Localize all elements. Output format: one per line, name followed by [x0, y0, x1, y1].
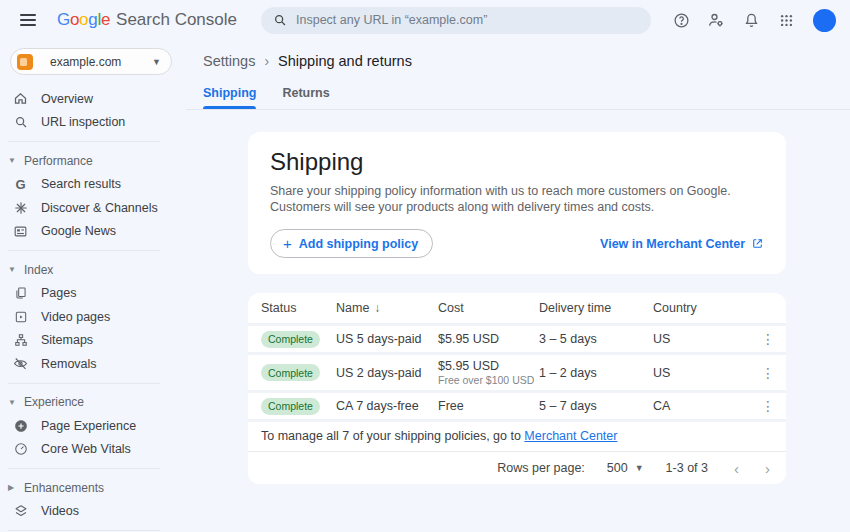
- row-overflow-menu-icon[interactable]: ⋮: [750, 366, 786, 380]
- sidebar-item-overview[interactable]: Overview: [0, 87, 186, 111]
- breadcrumb-settings[interactable]: Settings: [203, 53, 255, 69]
- tab-shipping[interactable]: Shipping: [203, 86, 256, 109]
- policy-cost: $5.95 USD Free over $100 USD: [438, 359, 539, 386]
- rows-per-page-select[interactable]: 500 ▼: [607, 461, 644, 475]
- col-header-status: Status: [261, 301, 336, 315]
- page-experience-icon: [13, 418, 28, 433]
- merchant-center-link[interactable]: Merchant Center: [524, 429, 617, 443]
- cost-note: Free over $100 USD: [438, 374, 539, 386]
- google-apps-grid-icon[interactable]: [774, 8, 798, 32]
- status-badge: Complete: [261, 331, 320, 348]
- chevron-expanded-icon: ▼: [8, 265, 16, 274]
- sidebar-item-search-results[interactable]: G Search results: [0, 173, 186, 197]
- shipping-summary-card: Shipping Share your shipping policy info…: [248, 132, 786, 274]
- previous-page-icon[interactable]: ‹: [734, 461, 739, 476]
- video-pages-icon: [13, 309, 28, 324]
- chevron-down-icon: ▼: [635, 463, 644, 473]
- hamburger-menu-icon[interactable]: [20, 14, 36, 26]
- policy-country: US: [653, 332, 750, 346]
- removals-hidden-eye-icon: [13, 356, 28, 371]
- table-row: Complete US 5 days-paid $5.95 USD 3 – 5 …: [248, 326, 786, 355]
- google-g-icon: G: [13, 177, 28, 192]
- property-selector[interactable]: example.com ▼: [10, 48, 172, 75]
- sidebar-item-core-web-vitals[interactable]: Core Web Vitals: [0, 438, 186, 462]
- breadcrumb: Settings › Shipping and returns: [186, 40, 850, 69]
- external-link-icon: [751, 237, 764, 250]
- policy-cost: Free: [438, 399, 539, 413]
- add-shipping-policy-button[interactable]: + Add shipping policy: [270, 229, 433, 258]
- sidebar-item-videos[interactable]: Videos: [0, 500, 186, 524]
- sidebar-item-url-inspection[interactable]: URL inspection: [0, 111, 186, 135]
- sidebar-item-removals[interactable]: Removals: [0, 352, 186, 376]
- notifications-bell-icon[interactable]: [739, 8, 763, 32]
- policy-country: CA: [653, 399, 750, 413]
- sidebar-item-sitemaps[interactable]: Sitemaps: [0, 329, 186, 353]
- sidebar-section-enhancements[interactable]: ▶ Enhancements: [0, 476, 186, 500]
- row-overflow-menu-icon[interactable]: ⋮: [750, 332, 786, 346]
- table-row: Complete CA 7 days-free Free 5 – 7 days …: [248, 393, 786, 422]
- rows-per-page-label: Rows per page:: [497, 461, 585, 475]
- gauge-icon: [13, 442, 28, 457]
- sidebar-item-discover-channels[interactable]: Discover & Channels: [0, 196, 186, 220]
- shipping-description: Share your shipping policy information w…: [270, 183, 764, 215]
- policy-country: US: [653, 366, 750, 380]
- divider: [8, 468, 160, 469]
- discover-icon: [13, 200, 28, 215]
- policy-name: US 5 days-paid: [336, 332, 438, 346]
- sort-descending-icon[interactable]: ↓: [374, 301, 380, 315]
- header-actions: [669, 8, 836, 32]
- videos-layers-icon: [13, 504, 28, 519]
- help-icon[interactable]: [669, 8, 693, 32]
- row-overflow-menu-icon[interactable]: ⋮: [750, 399, 786, 413]
- chevron-expanded-icon: ▼: [8, 398, 16, 407]
- breadcrumb-current: Shipping and returns: [278, 53, 412, 69]
- chevron-down-icon: ▼: [152, 57, 161, 67]
- next-page-icon[interactable]: ›: [765, 461, 770, 476]
- chevron-collapsed-icon: ▶: [8, 483, 16, 492]
- pagination-bar: Rows per page: 500 ▼ 1-3 of 3 ‹ ›: [248, 452, 786, 484]
- col-header-name[interactable]: Name↓: [336, 301, 438, 315]
- divider: [8, 530, 160, 531]
- sitemaps-icon: [13, 333, 28, 348]
- main-content: Settings › Shipping and returns Shipping…: [186, 40, 850, 532]
- page-title: Shipping: [270, 148, 764, 176]
- property-icon: [17, 54, 33, 70]
- google-logo: Google: [57, 10, 110, 30]
- search-icon: [13, 115, 28, 130]
- sidebar: example.com ▼ Overview URL inspection ▼ …: [0, 40, 186, 532]
- divider: [8, 383, 160, 384]
- pages-icon: [13, 286, 28, 301]
- url-inspect-search-bar[interactable]: [261, 7, 651, 34]
- property-label: example.com: [50, 55, 143, 69]
- divider: [8, 141, 160, 142]
- policy-delivery-time: 5 – 7 days: [539, 399, 653, 413]
- sidebar-item-pages[interactable]: Pages: [0, 282, 186, 306]
- shipping-policies-table: Status Name↓ Cost Delivery time Country …: [248, 293, 786, 484]
- top-app-bar: Google Search Console: [0, 0, 850, 40]
- manage-users-icon[interactable]: [704, 8, 728, 32]
- policy-name: US 2 days-paid: [336, 366, 438, 380]
- sidebar-item-google-news[interactable]: Google News: [0, 220, 186, 244]
- table-header-row: Status Name↓ Cost Delivery time Country: [248, 293, 786, 326]
- col-header-cost: Cost: [438, 301, 539, 315]
- search-icon: [273, 13, 287, 27]
- col-header-country: Country: [653, 301, 750, 315]
- policy-delivery-time: 1 – 2 days: [539, 366, 653, 380]
- sidebar-section-performance[interactable]: ▼ Performance: [0, 149, 186, 173]
- chevron-right-icon: ›: [264, 53, 269, 69]
- tab-returns[interactable]: Returns: [282, 86, 329, 109]
- table-row: Complete US 2 days-paid $5.95 USD Free o…: [248, 355, 786, 393]
- manage-policies-note: To manage all 7 of your shipping policie…: [248, 422, 786, 452]
- view-in-merchant-center-link[interactable]: View in Merchant Center: [600, 237, 764, 251]
- policy-cost: $5.95 USD: [438, 332, 539, 346]
- user-avatar[interactable]: [813, 9, 836, 32]
- sidebar-item-page-experience[interactable]: Page Experience: [0, 414, 186, 438]
- sidebar-section-index[interactable]: ▼ Index: [0, 258, 186, 282]
- chevron-expanded-icon: ▼: [8, 156, 16, 165]
- tab-bar: Shipping Returns: [186, 69, 850, 110]
- search-input[interactable]: [296, 13, 639, 27]
- col-header-delivery-time: Delivery time: [539, 301, 653, 315]
- sidebar-section-experience[interactable]: ▼ Experience: [0, 391, 186, 415]
- sidebar-item-video-pages[interactable]: Video pages: [0, 305, 186, 329]
- plus-icon: +: [283, 235, 292, 252]
